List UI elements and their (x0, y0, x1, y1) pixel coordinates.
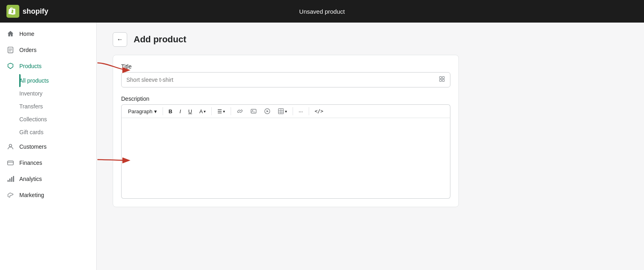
finances-icon (6, 159, 14, 167)
customers-icon (6, 143, 14, 151)
rte-paragraph-label: Paragraph (128, 108, 153, 114)
svg-rect-3 (8, 161, 13, 165)
svg-rect-11 (442, 79, 444, 81)
logo[interactable]: shopify (6, 5, 48, 18)
page-tab-title: Unsaved product (299, 8, 345, 15)
sidebar-item-collections[interactable]: Collections (19, 113, 96, 126)
svg-rect-6 (11, 177, 12, 182)
sidebar: Home Orders Products All products Invent… (0, 23, 97, 270)
title-field: Title (121, 63, 450, 87)
sidebar-item-analytics[interactable]: Analytics (0, 171, 96, 187)
sidebar-label-transfers: Transfers (19, 103, 43, 110)
sidebar-label-analytics: Analytics (19, 176, 42, 182)
sidebar-label-gift-cards: Gift cards (19, 129, 43, 135)
shopify-bag-icon (6, 5, 19, 18)
orders-icon (6, 46, 14, 54)
rte-video-button[interactable] (261, 106, 274, 116)
sidebar-item-inventory[interactable]: Inventory (19, 87, 96, 100)
sidebar-item-customers[interactable]: Customers (0, 139, 96, 155)
rte-image-button[interactable] (247, 106, 260, 116)
expand-icon (439, 76, 445, 84)
table-icon (278, 108, 284, 114)
rte-align-button[interactable]: ☰ ▾ (214, 107, 228, 116)
rte-divider-2 (211, 107, 212, 115)
sidebar-label-marketing: Marketing (19, 192, 44, 198)
active-indicator (19, 74, 21, 87)
title-input[interactable] (126, 77, 439, 83)
title-input-wrapper[interactable] (121, 72, 450, 87)
svg-rect-8 (440, 77, 442, 79)
products-icon (6, 62, 14, 70)
sidebar-subitems-products: All products Inventory Transfers Collect… (0, 74, 96, 139)
back-button[interactable]: ← (113, 32, 127, 47)
description-label: Description (121, 96, 450, 102)
description-field: Description Paragraph ▾ B I U A (121, 96, 450, 199)
rte-body[interactable] (121, 118, 450, 199)
analytics-icon (6, 175, 14, 183)
rte-align-icon: ☰ (217, 108, 222, 114)
svg-rect-10 (440, 79, 442, 81)
rte-code-button[interactable]: </> (312, 107, 327, 116)
rte-paragraph-select[interactable]: Paragraph ▾ (125, 107, 160, 116)
svg-rect-16 (278, 109, 283, 114)
sidebar-label-finances: Finances (19, 160, 42, 166)
sidebar-item-all-products[interactable]: All products (19, 74, 96, 87)
sidebar-item-orders[interactable]: Orders (0, 42, 96, 58)
home-icon (6, 30, 14, 38)
rte-divider-1 (163, 107, 163, 115)
rte-more-button[interactable]: ··· (295, 107, 306, 116)
sidebar-label-all-products: All products (19, 77, 49, 84)
page-header: ← Add product (113, 32, 628, 47)
content-area: ← Add product 1 2 (97, 23, 644, 270)
svg-point-2 (9, 144, 12, 147)
rte-italic-button[interactable]: I (176, 107, 184, 116)
svg-marker-15 (266, 110, 268, 112)
video-icon (264, 108, 270, 114)
form-container: 1 2 Title (113, 55, 475, 207)
sidebar-item-home[interactable]: Home (0, 26, 96, 42)
rte-table-button[interactable]: ▾ (275, 106, 290, 116)
rte-divider-3 (231, 107, 231, 115)
svg-rect-7 (13, 176, 14, 182)
topbar: shopify Unsaved product (0, 0, 644, 23)
sidebar-item-gift-cards[interactable]: Gift cards (19, 126, 96, 139)
rte-toolbar: Paragraph ▾ B I U A ▾ ☰ (121, 104, 450, 118)
link-icon (237, 108, 243, 114)
product-form-card: Title Description Parag (113, 55, 459, 207)
sidebar-label-products: Products (19, 63, 41, 69)
sidebar-item-transfers[interactable]: Transfers (19, 100, 96, 113)
svg-rect-4 (8, 180, 9, 182)
rte-align-chevron-icon: ▾ (223, 109, 225, 114)
page-title: Add product (134, 34, 186, 45)
rte-paragraph-chevron-icon: ▾ (154, 108, 157, 114)
rte-table-chevron-icon: ▾ (285, 109, 287, 114)
svg-rect-5 (9, 179, 10, 182)
svg-point-13 (252, 110, 253, 111)
rte-color-chevron-icon: ▾ (204, 109, 206, 114)
marketing-icon (6, 191, 14, 199)
rte-divider-4 (293, 107, 293, 115)
logo-text: shopify (23, 7, 48, 16)
main-layout: Home Orders Products All products Invent… (0, 23, 644, 270)
rte-bold-button[interactable]: B (165, 107, 175, 116)
sidebar-label-orders: Orders (19, 47, 37, 53)
rte-color-icon: A (199, 108, 203, 114)
sidebar-item-products[interactable]: Products (0, 58, 96, 74)
sidebar-item-marketing[interactable]: Marketing (0, 187, 96, 203)
sidebar-label-home: Home (19, 31, 34, 37)
rte-color-button[interactable]: A ▾ (196, 107, 209, 116)
sidebar-item-finances[interactable]: Finances (0, 155, 96, 171)
title-label: Title (121, 63, 450, 70)
svg-rect-9 (442, 77, 444, 79)
svg-rect-12 (251, 109, 256, 113)
rte-link-button[interactable] (233, 106, 246, 116)
sidebar-label-inventory: Inventory (19, 90, 43, 97)
back-icon: ← (117, 36, 123, 43)
sidebar-label-customers: Customers (19, 143, 47, 150)
svg-rect-0 (6, 5, 19, 18)
rte-divider-5 (309, 107, 309, 115)
image-icon (250, 108, 257, 114)
rte-underline-button[interactable]: U (185, 107, 195, 116)
sidebar-label-collections: Collections (19, 116, 47, 123)
